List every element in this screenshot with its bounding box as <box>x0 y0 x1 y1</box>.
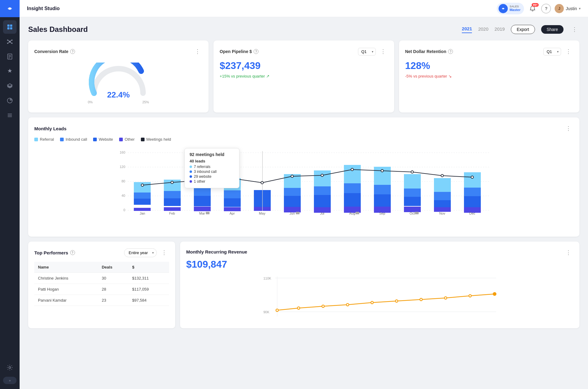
sidebar-item-menu[interactable] <box>3 109 17 122</box>
top-performers-more-button[interactable]: ⋮ <box>159 248 169 257</box>
svg-text:110K: 110K <box>263 276 271 280</box>
svg-text:40: 40 <box>122 194 125 197</box>
svg-text:Nov: Nov <box>439 212 445 215</box>
svg-text:Aug: Aug <box>349 212 355 215</box>
table-row: Parvani Kamdar 23 $97,584 <box>34 295 169 306</box>
legend-item-inbound: Inbound call <box>60 137 87 142</box>
monthly-leads-chart-area: 160 120 80 40 0 Jan <box>34 147 573 231</box>
top-performers-info-icon[interactable]: ? <box>70 250 75 255</box>
svg-line-13 <box>8 42 9 43</box>
website-legend-label: Website <box>99 137 113 142</box>
sidebar-item-stacks[interactable] <box>3 79 17 93</box>
year-tab-2019[interactable]: 2019 <box>495 26 505 33</box>
svg-text:80: 80 <box>122 179 125 183</box>
share-button[interactable]: Share <box>541 25 564 34</box>
sidebar-item-network[interactable] <box>3 35 17 48</box>
meetings-dot-jan <box>141 184 144 186</box>
sidebar-item-reports[interactable] <box>3 50 17 63</box>
sidebar-item-automations[interactable] <box>3 64 17 78</box>
sidebar-item-analytics[interactable] <box>3 94 17 107</box>
svg-text:Jul: Jul <box>320 212 324 215</box>
net-dollar-retention-quarter-wrap: Q1Q2Q3Q4 <box>543 48 561 55</box>
svg-text:Mar: Mar <box>199 212 205 215</box>
mrr-card: Monthly Recurring Revenue ⋮ $109,847 110… <box>180 242 579 328</box>
net-dollar-retention-label: Net Dollar Retention <box>405 49 447 54</box>
oct-filter-icon[interactable] <box>415 212 419 214</box>
table-row: Patti Hogan 28 $117,059 <box>34 284 169 295</box>
mrr-dot-6 <box>395 300 398 302</box>
conversion-rate-title: Conversion Rate ? <box>34 49 75 54</box>
monthly-leads-card: Monthly Leads ⋮ Referral Inbound call We… <box>28 117 579 237</box>
table-header-row: Name Deals $ <box>34 262 169 273</box>
other-legend-color <box>119 138 123 141</box>
performer-name: Patti Hogan <box>34 284 98 295</box>
svg-text:Sep: Sep <box>379 212 385 215</box>
net-dollar-retention-quarter-select[interactable]: Q1Q2Q3Q4 <box>543 48 561 55</box>
meetings-dot-oct <box>411 171 413 173</box>
user-chevron-icon: ▾ <box>579 6 581 11</box>
mrr-dot-9 <box>469 295 471 297</box>
meetings-dot-aug <box>351 168 353 171</box>
aug-filter-icon[interactable] <box>356 212 359 214</box>
sidebar-item-settings[interactable] <box>3 361 17 374</box>
table-row: Christine Jenkins 30 $132,311 <box>34 273 169 284</box>
svg-text:Dec: Dec <box>469 212 475 215</box>
monthly-leads-more-button[interactable]: ⋮ <box>564 124 573 133</box>
conversion-rate-info-icon[interactable]: ? <box>70 49 75 54</box>
net-dollar-retention-header: Net Dollar Retention ? Q1Q2Q3Q4 ⋮ <box>405 47 573 56</box>
bar-mar-website <box>194 196 211 206</box>
jun-filter-icon[interactable] <box>296 212 300 214</box>
mar-filter-icon[interactable] <box>206 212 209 214</box>
svg-text:Jun: Jun <box>289 212 295 215</box>
mrr-dot-7 <box>420 298 422 301</box>
performer-value: $97,584 <box>129 295 169 306</box>
top-performers-filter-select[interactable]: Entire year Q1 Q2 Q3 Q4 <box>124 248 157 257</box>
sidebar-nav <box>0 17 20 361</box>
open-pipeline-change: +15% vs previous quarter ↗ <box>220 74 388 78</box>
sidebar-expand-button[interactable]: » <box>3 377 17 384</box>
svg-line-14 <box>10 42 11 43</box>
open-pipeline-more-button[interactable]: ⋮ <box>378 47 388 56</box>
page-content: Sales Dashboard 2021 2020 2019 Export Sh… <box>20 17 588 389</box>
mrr-dot-5 <box>371 301 373 304</box>
monthly-leads-legend: Referral Inbound call Website Other Meet… <box>34 137 573 142</box>
svg-text:0: 0 <box>123 208 125 212</box>
svg-point-1 <box>9 8 11 10</box>
sidebar-item-dashboard[interactable] <box>3 20 17 34</box>
meetings-legend-label: Meetings held <box>146 137 171 142</box>
year-tab-2021[interactable]: 2021 <box>462 26 472 33</box>
mrr-dot-10 <box>493 292 496 296</box>
bar-sep-website <box>374 194 391 207</box>
performer-deals: 30 <box>98 273 128 284</box>
net-dollar-retention-more-button[interactable]: ⋮ <box>564 47 573 56</box>
svg-point-23 <box>9 367 11 368</box>
net-dollar-retention-info-icon[interactable]: ? <box>448 49 453 54</box>
year-tab-2020[interactable]: 2020 <box>478 26 488 33</box>
sidebar-bottom: » <box>3 361 17 389</box>
app-logo[interactable] <box>0 0 20 17</box>
svg-rect-20 <box>8 114 12 114</box>
meetings-line <box>142 170 472 185</box>
legend-item-other: Other <box>119 137 135 142</box>
bar-dec-website <box>464 196 481 207</box>
user-menu-button[interactable]: J Justin ▾ <box>555 4 581 13</box>
app-title: Insight Studio <box>27 6 497 11</box>
performer-value: $117,059 <box>129 284 169 295</box>
conversion-rate-more-button[interactable]: ⋮ <box>193 47 202 56</box>
open-pipeline-change-text: +15% vs previous quarter <box>220 74 265 78</box>
notifications-button[interactable]: 99+ <box>528 4 537 13</box>
mrr-more-button[interactable]: ⋮ <box>564 248 573 257</box>
open-pipeline-quarter-select[interactable]: Q1Q2Q3Q4 <box>358 48 376 55</box>
page-more-options-button[interactable]: ⋮ <box>570 25 579 34</box>
help-button[interactable]: ? <box>541 4 551 13</box>
mrr-dot-2 <box>297 307 300 309</box>
performer-value: $132,311 <box>129 273 169 284</box>
sidebar: » <box>0 0 20 389</box>
topbar: Insight Studio SALES Master <box>20 0 588 17</box>
legend-item-referral: Referral <box>34 137 54 142</box>
open-pipeline-info-icon[interactable]: ? <box>254 49 258 54</box>
performer-deals: 28 <box>98 284 128 295</box>
export-button[interactable]: Export <box>511 25 535 34</box>
svg-point-25 <box>503 8 504 9</box>
meetings-dot-may <box>261 181 263 184</box>
